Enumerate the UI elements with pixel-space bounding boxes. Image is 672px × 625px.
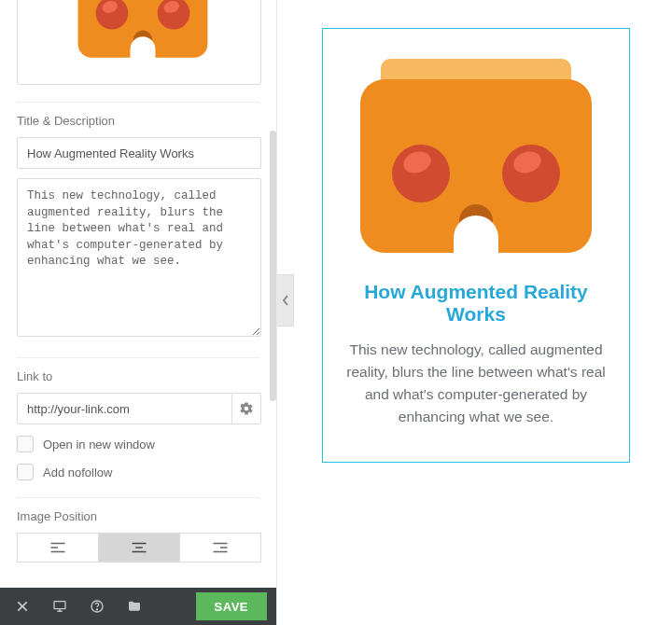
chevron-left-icon — [282, 294, 289, 307]
svg-point-15 — [96, 609, 97, 610]
add-nofollow-row[interactable]: Add nofollow — [17, 464, 259, 480]
files-button[interactable] — [118, 588, 151, 625]
image-position-label: Image Position — [17, 509, 259, 523]
close-button[interactable] — [6, 588, 39, 625]
title-description-label: Title & Description — [17, 114, 259, 128]
checkbox[interactable] — [17, 464, 34, 480]
open-new-window-row[interactable]: Open in new window — [17, 436, 259, 452]
divider — [17, 357, 259, 358]
image-position-group — [17, 533, 261, 562]
editor-panel: Title & Description Link to Open in new … — [0, 0, 277, 625]
image-thumbnail[interactable] — [17, 0, 261, 85]
gear-icon — [239, 401, 254, 416]
preview-description: This new technology, called augmented re… — [343, 339, 609, 428]
align-center-button[interactable] — [99, 533, 180, 562]
preview-card[interactable]: How Augmented Reality Works This new tec… — [322, 28, 630, 463]
title-input[interactable] — [17, 137, 261, 169]
vr-headset-icon — [355, 55, 597, 260]
svg-rect-11 — [54, 602, 65, 609]
preview-area: How Augmented Reality Works This new tec… — [277, 0, 672, 625]
collapse-panel-button[interactable] — [277, 274, 294, 326]
align-right-icon — [212, 541, 229, 554]
divider — [17, 497, 259, 498]
panel-scroll[interactable]: Title & Description Link to Open in new … — [0, 0, 276, 588]
save-button[interactable]: SAVE — [196, 592, 267, 620]
description-textarea[interactable] — [17, 178, 261, 337]
desktop-preview-button[interactable] — [43, 588, 77, 625]
align-center-icon — [131, 541, 147, 554]
monitor-icon — [52, 599, 67, 614]
preview-title: How Augmented Reality Works — [343, 281, 609, 326]
add-nofollow-label: Add nofollow — [43, 465, 112, 479]
link-to-label: Link to — [17, 369, 259, 383]
help-button[interactable] — [80, 588, 114, 625]
align-right-button[interactable] — [180, 533, 261, 562]
align-left-button[interactable] — [17, 533, 99, 562]
link-settings-button[interactable] — [232, 393, 261, 424]
link-url-input[interactable] — [17, 393, 232, 424]
vr-headset-icon — [75, 0, 211, 62]
folder-icon — [127, 599, 142, 614]
align-left-icon — [49, 541, 66, 554]
checkbox[interactable] — [17, 436, 34, 452]
divider — [17, 102, 259, 103]
close-icon — [15, 599, 30, 614]
footer-toolbar: SAVE — [0, 588, 276, 625]
scrollbar[interactable] — [270, 131, 276, 401]
help-icon — [90, 599, 105, 614]
open-new-window-label: Open in new window — [43, 438, 155, 451]
